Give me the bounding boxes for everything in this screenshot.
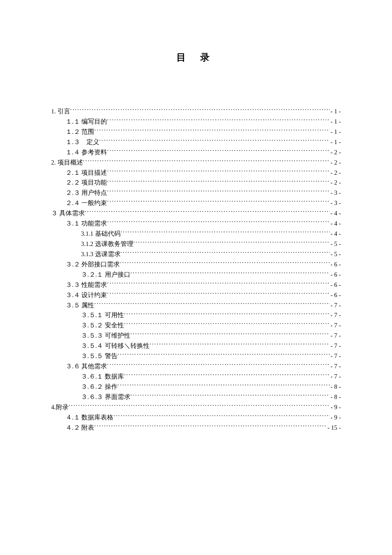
toc-entry[interactable]: ３.２.１ 用户接口- 6 - xyxy=(51,270,341,280)
toc-entry-page: - 2 - xyxy=(330,147,341,158)
toc-leader-dots xyxy=(83,158,330,165)
toc-leader-dots xyxy=(107,280,330,287)
toc-entry[interactable]: ２.４ 一般约束- 3 - xyxy=(51,198,341,208)
toc-leader-dots xyxy=(107,362,330,369)
toc-entry-label: ４.１ 数据库表格 xyxy=(66,413,113,423)
toc-entry[interactable]: ３.２ 外部接口需求- 6 - xyxy=(51,260,341,270)
toc-entry-label: １.１ 编写目的 xyxy=(66,117,107,127)
toc-title: 目 录 xyxy=(51,51,341,64)
toc-leader-dots xyxy=(150,342,330,348)
toc-entry[interactable]: 3.1.1 基础代码- 4 - xyxy=(51,229,341,239)
toc-entry-page: - 4 - xyxy=(330,208,341,219)
toc-leader-dots xyxy=(107,189,330,195)
toc-entry-label: ２.１ 项目描述 xyxy=(66,168,107,178)
toc-entry-label: ３.５.２ 安全性 xyxy=(81,321,124,331)
toc-entry[interactable]: ２.２ 项目功能- 2 - xyxy=(51,178,341,188)
toc-entry[interactable]: ２.３ 用户特点- 3 - xyxy=(51,188,341,198)
toc-entry-label: ３.６.２ 操作 xyxy=(81,382,118,392)
toc-entry-page: - 2 - xyxy=(330,168,341,178)
toc-leader-dots xyxy=(94,423,326,430)
toc-leader-dots xyxy=(124,321,330,328)
toc-leader-dots xyxy=(118,352,330,358)
toc-entry[interactable]: ４.２ 附表- 15 - xyxy=(51,423,341,433)
toc-entry[interactable]: ３.６ 其他需求- 7 - xyxy=(51,361,341,372)
toc-entry-label: ３.５.１ 可用性 xyxy=(81,310,124,321)
toc-entry[interactable]: 1. 引言- 1 - xyxy=(51,107,341,117)
toc-entry-page: - 6 - xyxy=(330,270,341,280)
toc-entry[interactable]: ３.５.４ 可转移＼转换性- 7 - xyxy=(51,341,341,351)
toc-entry-label: ３.５.３ 可维护性 xyxy=(81,331,130,341)
toc-entry-page: - 3 - xyxy=(330,198,341,208)
toc-entry-page: - 8 - xyxy=(330,392,341,402)
toc-leader-dots xyxy=(94,301,330,307)
toc-entry-page: - 1 - xyxy=(330,107,341,117)
toc-entry[interactable]: ３ 具体需求- 4 - xyxy=(51,208,341,219)
toc-leader-dots xyxy=(107,220,330,226)
toc-entry[interactable]: ３.６.２ 操作- 8 - xyxy=(51,382,341,392)
toc-entry[interactable]: ２.１ 项目描述- 2 - xyxy=(51,168,341,178)
toc-leader-dots xyxy=(118,382,330,389)
toc-leader-dots xyxy=(130,393,330,399)
toc-entry-page: - 9 - xyxy=(330,413,341,423)
toc-leader-dots xyxy=(107,199,330,205)
toc-entry-label: １.４ 参考资料 xyxy=(66,147,107,158)
toc-entry[interactable]: ４.１ 数据库表格- 9 - xyxy=(51,413,341,423)
table-of-contents: 1. 引言- 1 -１.１ 编写目的- 1 -１.２ 范围- 1 -１.３ 定义… xyxy=(51,107,341,433)
toc-leader-dots xyxy=(107,168,330,175)
toc-entry-page: - 2 - xyxy=(330,178,341,188)
toc-entry-label: １.２ 范围 xyxy=(66,127,94,137)
toc-entry[interactable]: ３.５.５ 警告- 7 - xyxy=(51,351,341,361)
toc-entry[interactable]: ３.６.１ 数据库- 7 - xyxy=(51,372,341,382)
toc-entry[interactable]: 4.附录- 9 - xyxy=(51,402,341,413)
toc-entry-label: ３.３ 性能需求 xyxy=(66,280,107,290)
toc-entry-page: - 7 - xyxy=(330,341,341,351)
toc-entry[interactable]: １.３ 定义- 1 - xyxy=(51,137,341,147)
toc-entry[interactable]: ３.１ 功能需求- 4 - xyxy=(51,219,341,229)
toc-leader-dots xyxy=(133,240,330,246)
toc-entry-page: - 7 - xyxy=(330,321,341,331)
toc-leader-dots xyxy=(85,209,330,216)
toc-entry-label: 1. 引言 xyxy=(51,107,70,117)
toc-entry-label: 3.1.3 选课需求 xyxy=(81,249,121,260)
toc-entry[interactable]: 3.1.2 选课教务管理- 5 - xyxy=(51,239,341,249)
toc-entry-label: ３.５.４ 可转移＼转换性 xyxy=(81,341,150,351)
toc-leader-dots xyxy=(120,260,330,266)
toc-entry-page: - 15 - xyxy=(327,423,341,433)
toc-entry[interactable]: ３.５.２ 安全性- 7 - xyxy=(51,321,341,331)
toc-entry-page: - 7 - xyxy=(330,331,341,341)
toc-entry[interactable]: ３.６.３ 界面需求- 8 - xyxy=(51,392,341,402)
toc-entry[interactable]: ３.５.３ 可维护性- 7 - xyxy=(51,331,341,341)
toc-leader-dots xyxy=(107,291,330,297)
toc-entry-page: - 2 - xyxy=(330,158,341,168)
toc-entry-page: - 7 - xyxy=(330,351,341,361)
toc-leader-dots xyxy=(107,117,330,124)
toc-leader-dots xyxy=(124,372,330,379)
toc-leader-dots xyxy=(107,179,330,185)
toc-entry-label: ３.２.１ 用户接口 xyxy=(81,270,130,280)
toc-entry-label: 3.1.2 选课教务管理 xyxy=(81,239,133,249)
toc-entry[interactable]: ３.３ 性能需求- 6 - xyxy=(51,280,341,290)
toc-entry-label: ３.６ 其他需求 xyxy=(66,361,107,372)
toc-entry-page: - 3 - xyxy=(330,188,341,198)
toc-leader-dots xyxy=(69,403,330,409)
toc-leader-dots xyxy=(70,107,330,114)
toc-entry-page: - 4 - xyxy=(330,229,341,239)
toc-entry[interactable]: １.２ 范围- 1 - xyxy=(51,127,341,137)
toc-entry-page: - 7 - xyxy=(330,372,341,382)
toc-entry[interactable]: １.１ 编写目的- 1 - xyxy=(51,117,341,127)
toc-leader-dots xyxy=(130,270,330,277)
toc-entry-page: - 5 - xyxy=(330,249,341,260)
toc-entry-page: - 9 - xyxy=(330,402,341,413)
toc-entry-label: ４.２ 附表 xyxy=(66,423,94,433)
toc-entry[interactable]: 2. 项目概述- 2 - xyxy=(51,158,341,168)
toc-entry[interactable]: ３.５.１ 可用性- 7 - xyxy=(51,310,341,321)
toc-entry-label: 2. 项目概述 xyxy=(51,158,83,168)
toc-entry[interactable]: ３.５ 属性- 7 - xyxy=(51,301,341,311)
toc-entry[interactable]: 3.1.3 选课需求- 5 - xyxy=(51,249,341,260)
toc-entry-label: ２.３ 用户特点 xyxy=(66,188,107,198)
toc-entry[interactable]: ３.４ 设计约束- 6 - xyxy=(51,290,341,301)
toc-entry-label: ３.６.１ 数据库 xyxy=(81,372,124,382)
toc-entry[interactable]: １.４ 参考资料- 2 - xyxy=(51,147,341,158)
toc-leader-dots xyxy=(121,230,330,236)
toc-entry-label: ３.４ 设计约束 xyxy=(66,290,107,301)
